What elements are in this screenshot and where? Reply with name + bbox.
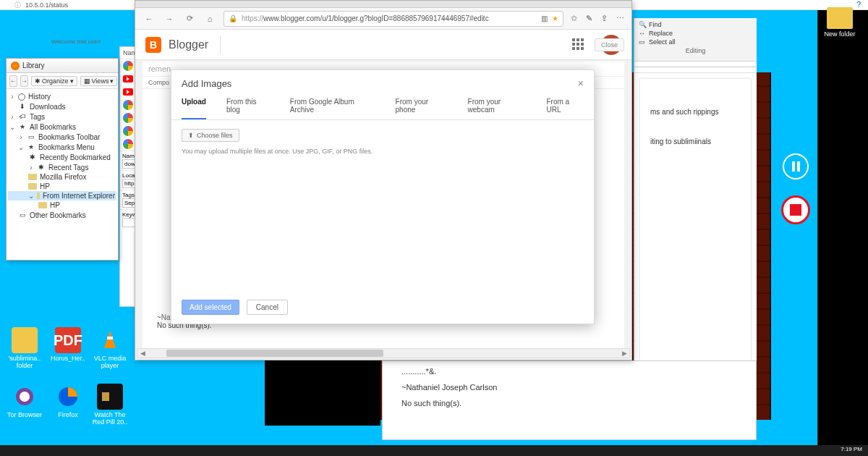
separator [220,36,221,54]
edit-icon[interactable]: ✎ [586,14,592,23]
ribbon-replace[interactable]: ↔Replace [639,30,752,37]
tree-from-ie[interactable]: ⌄From Internet Explorer [8,191,116,200]
favorites-icon[interactable]: ✩ [571,14,577,23]
google-icon [123,126,133,136]
tree-mozilla-firefox[interactable]: Mozilla Firefox [8,172,116,182]
tree-all-bookmarks[interactable]: ⌄★All Bookmarks [8,122,116,132]
record-pause-button[interactable] [783,153,809,180]
toolbar-icon: ▭ [27,132,35,141]
blogger-brand: Blogger [169,38,208,51]
doc-line: ~Nathaniel Joseph Carlson [401,383,737,392]
share-icon[interactable]: ⇪ [601,14,608,23]
desktop-icon-new-folder[interactable]: New folder [820,7,859,38]
add-selected-button[interactable]: Add selected [182,300,239,315]
tag-icon: 🏷 [18,112,27,121]
vlc-icon [97,327,123,353]
video-icon [97,384,123,410]
svg-rect-1 [107,337,113,339]
back-button[interactable]: ← [142,14,156,23]
library-titlebar[interactable]: Library [7,59,118,73]
tab-from-album[interactable]: From Google Album Archive [290,98,375,119]
tab-strip[interactable] [135,1,631,8]
firefox-icon [55,384,81,410]
scrollbar-thumb[interactable] [166,350,383,357]
upload-hint: You may upload multiple files at once. U… [182,148,584,155]
desktop-icon-video[interactable]: Watch The Red Pill 20.. [90,384,130,426]
tree-hp[interactable]: HP [8,182,116,191]
compose-tab[interactable]: Compo [148,79,169,86]
bookmark-star-icon[interactable]: ★ [552,14,558,22]
forward-button[interactable]: → [163,14,176,23]
tree-recently-bookmarked[interactable]: ✱Recently Bookmarked [8,152,116,162]
tree-downloads[interactable]: ⬇Downloads [8,101,116,111]
desktop-icon-tor[interactable]: Tor Browser [4,384,45,418]
modal-title: Add Images [182,78,231,89]
replace-icon: ↔ [639,30,646,37]
views-button[interactable]: ▦ Views ▾ [80,76,118,86]
modal-close-button[interactable]: × [578,77,584,89]
clock-icon [18,93,25,101]
tree-recent-tags[interactable]: ›✱Recent Tags [8,162,116,172]
doc-text-line: ms and such rippings [650,108,741,116]
svg-point-3 [20,392,30,402]
google-icon [123,139,133,149]
lock-icon: 🔒 [229,14,237,22]
reader-icon[interactable]: ▥ [541,14,548,22]
tab-from-phone[interactable]: From your phone [396,98,448,119]
right-black-strip [817,0,868,445]
cancel-button[interactable]: Cancel [247,300,288,315]
scroll-left-icon[interactable]: ◀ [137,349,148,358]
tree-tags[interactable]: ›🏷Tags [8,111,116,122]
back-button[interactable]: ← [9,75,17,87]
desktop-icon-vlc[interactable]: VLC media player [90,327,130,369]
folder-icon [827,7,853,29]
tree-bookmarks-menu[interactable]: ⌄★Bookmarks Menu [8,142,116,152]
library-window: Library ← → ✱ Organize ▾ ▦ Views ▾ ›Hist… [6,58,119,261]
find-icon: 🔍 [639,21,646,28]
browser-toolbar: ← → ⟳ ⌂ 🔒 https://www.blogger.com/u/1/bl… [135,8,631,30]
info-icon: ⓘ [14,1,21,10]
ribbon-select-all[interactable]: ▭Select all [639,38,752,46]
doc-text-line: iting to sublimiinals [650,138,741,145]
ribbon-find[interactable]: 🔍Find [639,21,752,28]
desktop-icon-sublimina[interactable]: 'sublimina.. folder [4,327,45,369]
tree-other-bookmarks[interactable]: ▭Other Bookmarks [8,210,116,220]
folder-icon [37,193,40,199]
firefox-icon [11,62,20,70]
google-icon [123,100,133,110]
blogger-logo-icon[interactable]: B [145,37,161,53]
more-icon[interactable]: ⋯ [616,14,624,23]
folder-icon [28,174,37,180]
google-icon [123,113,133,123]
pdf-icon: PDF [55,327,81,353]
tab-from-blog[interactable]: From this blog [226,98,270,119]
forward-button[interactable]: → [20,75,28,87]
organize-button[interactable]: ✱ Organize ▾ [31,76,77,86]
tab-from-webcam[interactable]: From your webcam [468,98,527,119]
tab-upload[interactable]: Upload [182,98,206,119]
choose-files-button[interactable]: ⬆ Choose files [182,129,239,142]
icon-label: Tor Browser [7,411,42,418]
close-button[interactable]: Close [595,38,624,51]
apps-icon[interactable] [572,38,585,51]
desktop-icon-pdf[interactable]: PDF Horus_Her.. [48,327,88,362]
gear-icon: ✱ [37,163,46,172]
horizontal-scrollbar[interactable]: ◀ ▶ [137,348,630,358]
clock[interactable]: 7:19 PM [841,446,862,452]
icon-label: Watch The Red Pill 20.. [93,411,128,426]
home-button[interactable]: ⌂ [203,14,216,23]
address-bar[interactable]: 🔒 https://www.blogger.com/u/1/blogger.g?… [224,11,563,27]
desktop-icon-firefox[interactable]: Firefox [48,384,88,418]
scroll-right-icon[interactable]: ▶ [619,349,629,358]
record-stop-button[interactable] [781,195,810,224]
folder-icon [38,202,47,208]
tree-bookmarks-toolbar[interactable]: ›▭Bookmarks Toolbar [8,132,116,142]
taskbar[interactable]: 7:19 PM [0,445,868,456]
tree-history[interactable]: ›History [8,92,116,101]
doc-line: ...........*&. [401,367,737,376]
refresh-button[interactable]: ⟳ [183,14,196,23]
modal-tabs: Upload From this blog From Google Album … [171,93,594,120]
tree-hp-sub[interactable]: HP [8,200,116,210]
star-icon: ★ [27,143,35,151]
tab-from-url[interactable]: From a URL [547,98,584,119]
